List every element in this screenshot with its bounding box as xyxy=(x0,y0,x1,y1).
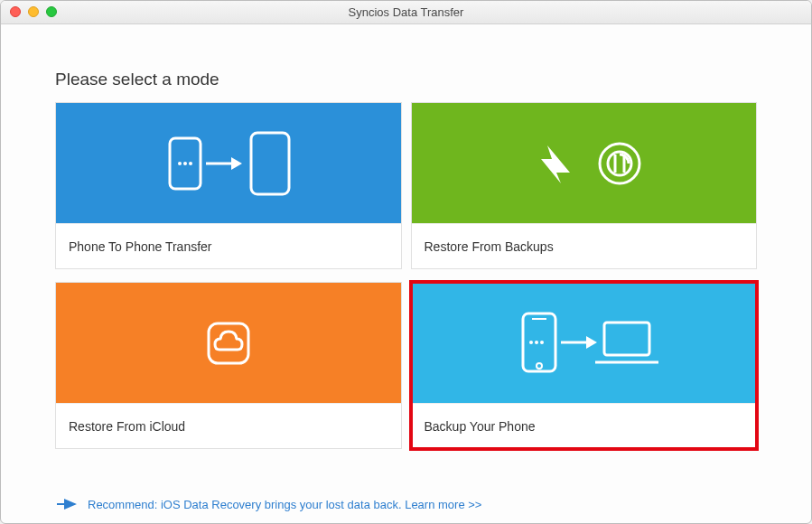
card-label: Phone To Phone Transfer xyxy=(56,223,401,268)
pointing-hand-icon xyxy=(55,494,79,514)
maximize-icon[interactable] xyxy=(46,6,57,17)
svg-point-16 xyxy=(535,341,538,344)
phone-to-phone-icon xyxy=(161,127,296,200)
backup-phone-icon xyxy=(507,303,660,384)
minimize-icon[interactable] xyxy=(28,6,39,17)
svg-point-1 xyxy=(178,162,182,165)
card-backup-phone[interactable]: Backup Your Phone xyxy=(411,282,758,449)
card-restore-icloud[interactable]: Restore From iCloud xyxy=(55,282,402,449)
recommend-link[interactable]: Recommend: iOS Data Recovery brings your… xyxy=(55,494,757,514)
svg-point-14 xyxy=(537,363,542,369)
window-title: Syncios Data Transfer xyxy=(349,5,464,19)
card-icon-area xyxy=(412,283,757,403)
icloud-icon xyxy=(192,307,265,379)
page-heading: Please select a mode xyxy=(55,70,757,89)
card-label: Backup Your Phone xyxy=(412,403,757,448)
card-phone-to-phone[interactable]: Phone To Phone Transfer xyxy=(55,102,402,269)
titlebar: Syncios Data Transfer xyxy=(1,1,811,24)
svg-point-7 xyxy=(600,144,639,183)
restore-backups-icon xyxy=(507,127,660,200)
card-icon-area xyxy=(56,283,401,403)
app-window: Syncios Data Transfer Please select a mo… xyxy=(0,0,812,524)
svg-point-15 xyxy=(529,341,533,344)
card-label: Restore From Backups xyxy=(412,223,757,268)
svg-rect-6 xyxy=(251,133,289,194)
svg-marker-19 xyxy=(586,336,597,349)
close-icon[interactable] xyxy=(10,6,21,17)
card-icon-area xyxy=(56,103,401,223)
svg-point-3 xyxy=(189,162,192,165)
svg-point-2 xyxy=(183,162,187,165)
card-restore-backups[interactable]: Restore From Backups xyxy=(411,102,758,269)
card-icon-area xyxy=(412,103,757,223)
svg-rect-20 xyxy=(604,323,649,355)
content-area: Please select a mode Phone To Phone Tran… xyxy=(1,24,811,523)
window-controls xyxy=(10,6,57,17)
mode-grid: Phone To Phone Transfer Restore From Bac… xyxy=(55,102,757,449)
recommend-text: Recommend: iOS Data Recovery brings your… xyxy=(88,498,481,511)
svg-marker-5 xyxy=(231,157,242,170)
svg-point-17 xyxy=(540,341,544,344)
card-label: Restore From iCloud xyxy=(56,403,401,448)
